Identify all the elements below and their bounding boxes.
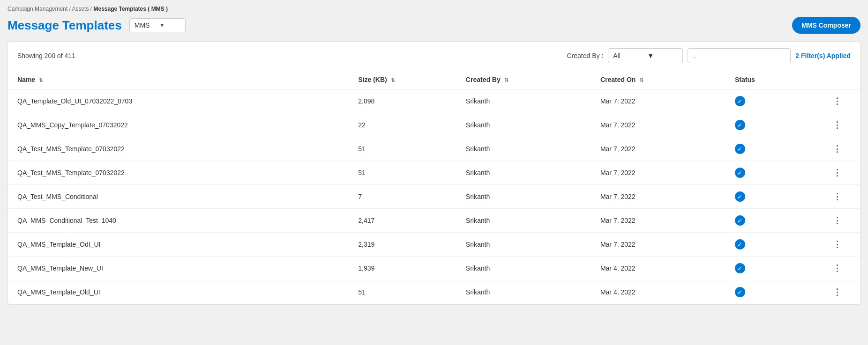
status-active-icon: ✓ xyxy=(735,96,745,106)
cell-status: ✓ xyxy=(726,209,815,233)
cell-createdon: Mar 7, 2022 xyxy=(591,233,726,257)
cell-actions: ⋮ xyxy=(815,233,860,257)
type-select-dropdown[interactable]: MMS ▼ xyxy=(129,18,186,32)
cell-size: 1,939 xyxy=(349,257,456,280)
created-by-dropdown[interactable]: All ▼ xyxy=(608,48,683,63)
table-row: QA_Template_Old_UI_07032022_0703 2,098 S… xyxy=(8,89,860,113)
sort-icon-name: ⇅ xyxy=(39,77,43,83)
cell-actions: ⋮ xyxy=(815,137,860,161)
table-row: QA_MMS_Template_New_UI 1,939 Srikanth Ma… xyxy=(8,257,860,280)
status-active-icon: ✓ xyxy=(735,239,745,250)
cell-status: ✓ xyxy=(726,233,815,257)
cell-actions: ⋮ xyxy=(815,185,860,209)
cell-name: QA_MMS_Template_OdI_UI xyxy=(8,233,349,257)
cell-name: QA_MMS_Copy_Template_07032022 xyxy=(8,113,349,137)
table-toolbar: Showing 200 of 411 Created By : All ▼ 2 … xyxy=(8,42,860,70)
cell-actions: ⋮ xyxy=(815,113,860,137)
cell-name: QA_Test_MMS_Template_07032022 xyxy=(8,161,349,185)
page-title: Message Templates xyxy=(7,18,122,33)
showing-text: Showing 200 of 411 xyxy=(17,52,75,59)
cell-createdby: Srikanth xyxy=(456,233,591,257)
col-header-createdon[interactable]: Created On ⇅ xyxy=(591,70,726,89)
cell-createdon: Mar 7, 2022 xyxy=(591,113,726,137)
cell-size: 51 xyxy=(349,280,456,304)
breadcrumb: Campaign Management / Assets / Message T… xyxy=(7,6,861,12)
search-input[interactable] xyxy=(688,48,791,63)
table-container: Showing 200 of 411 Created By : All ▼ 2 … xyxy=(7,41,861,305)
cell-createdon: Mar 7, 2022 xyxy=(591,161,726,185)
cell-createdby: Srikanth xyxy=(456,113,591,137)
data-table: Name ⇅ Size (KB) ⇅ Created By ⇅ Created … xyxy=(8,70,860,304)
cell-size: 2,417 xyxy=(349,209,456,233)
cell-size: 51 xyxy=(349,137,456,161)
status-active-icon: ✓ xyxy=(735,168,745,178)
cell-createdby: Srikanth xyxy=(456,89,591,113)
col-header-size[interactable]: Size (KB) ⇅ xyxy=(349,70,456,89)
cell-createdby: Srikanth xyxy=(456,137,591,161)
table-header-row: Name ⇅ Size (KB) ⇅ Created By ⇅ Created … xyxy=(8,70,860,89)
more-options-icon[interactable]: ⋮ xyxy=(833,215,842,226)
cell-createdon: Mar 4, 2022 xyxy=(591,257,726,280)
more-options-icon[interactable]: ⋮ xyxy=(833,168,842,178)
cell-createdby: Srikanth xyxy=(456,209,591,233)
cell-actions: ⋮ xyxy=(815,161,860,185)
cell-size: 2,098 xyxy=(349,89,456,113)
cell-createdon: Mar 7, 2022 xyxy=(591,209,726,233)
cell-createdon: Mar 7, 2022 xyxy=(591,137,726,161)
cell-name: QA_MMS_Conditional_Test_1040 xyxy=(8,209,349,233)
chevron-down-icon: ▼ xyxy=(159,22,180,29)
type-select-value: MMS xyxy=(135,22,156,29)
more-options-icon[interactable]: ⋮ xyxy=(833,96,842,106)
table-row: QA_Test_MMS_Conditional 7 Srikanth Mar 7… xyxy=(8,185,860,209)
more-options-icon[interactable]: ⋮ xyxy=(833,263,842,273)
sort-icon-size: ⇅ xyxy=(391,77,395,83)
toolbar-right: Created By : All ▼ 2 Filter(s) Applied xyxy=(567,48,851,63)
sort-icon-createdon: ⇅ xyxy=(639,77,644,83)
cell-createdby: Srikanth xyxy=(456,257,591,280)
more-options-icon[interactable]: ⋮ xyxy=(833,144,842,154)
cell-createdon: Mar 7, 2022 xyxy=(591,185,726,209)
table-row: QA_MMS_Conditional_Test_1040 2,417 Srika… xyxy=(8,209,860,233)
table-row: QA_Test_MMS_Template_07032022 51 Srikant… xyxy=(8,137,860,161)
cell-name: QA_Template_Old_UI_07032022_0703 xyxy=(8,89,349,113)
col-header-name[interactable]: Name ⇅ xyxy=(8,70,349,89)
more-options-icon[interactable]: ⋮ xyxy=(833,120,842,130)
table-row: QA_MMS_Template_OdI_UI 2,319 Srikanth Ma… xyxy=(8,233,860,257)
status-active-icon: ✓ xyxy=(735,144,745,154)
cell-status: ✓ xyxy=(726,185,815,209)
filters-applied-link[interactable]: 2 Filter(s) Applied xyxy=(795,52,851,59)
sort-icon-createdby: ⇅ xyxy=(504,77,509,83)
col-header-status: Status xyxy=(726,70,815,89)
cell-status: ✓ xyxy=(726,161,815,185)
mms-composer-button[interactable]: MMS Composer xyxy=(792,17,861,34)
cell-status: ✓ xyxy=(726,89,815,113)
status-active-icon: ✓ xyxy=(735,120,745,130)
cell-createdby: Srikanth xyxy=(456,161,591,185)
cell-size: 2,319 xyxy=(349,233,456,257)
created-by-chevron-icon: ▼ xyxy=(647,52,678,59)
status-active-icon: ✓ xyxy=(735,263,745,273)
cell-size: 51 xyxy=(349,161,456,185)
status-active-icon: ✓ xyxy=(735,191,745,202)
cell-name: QA_MMS_Template_Old_UI xyxy=(8,280,349,304)
cell-createdby: Srikanth xyxy=(456,185,591,209)
cell-status: ✓ xyxy=(726,137,815,161)
more-options-icon[interactable]: ⋮ xyxy=(833,287,842,297)
table-row: QA_MMS_Copy_Template_07032022 22 Srikant… xyxy=(8,113,860,137)
more-options-icon[interactable]: ⋮ xyxy=(833,239,842,250)
cell-createdon: Mar 7, 2022 xyxy=(591,89,726,113)
header-row: Message Templates MMS ▼ MMS Composer xyxy=(7,17,861,34)
cell-actions: ⋮ xyxy=(815,209,860,233)
cell-actions: ⋮ xyxy=(815,280,860,304)
created-by-label: Created By : xyxy=(567,52,603,59)
page-wrapper: Campaign Management / Assets / Message T… xyxy=(0,0,868,345)
cell-name: QA_MMS_Template_New_UI xyxy=(8,257,349,280)
cell-createdby: Srikanth xyxy=(456,280,591,304)
cell-status: ✓ xyxy=(726,257,815,280)
cell-actions: ⋮ xyxy=(815,89,860,113)
status-active-icon: ✓ xyxy=(735,287,745,297)
more-options-icon[interactable]: ⋮ xyxy=(833,191,842,202)
col-header-createdby[interactable]: Created By ⇅ xyxy=(456,70,591,89)
header-left: Message Templates MMS ▼ xyxy=(7,18,186,33)
table-row: QA_Test_MMS_Template_07032022 51 Srikant… xyxy=(8,161,860,185)
